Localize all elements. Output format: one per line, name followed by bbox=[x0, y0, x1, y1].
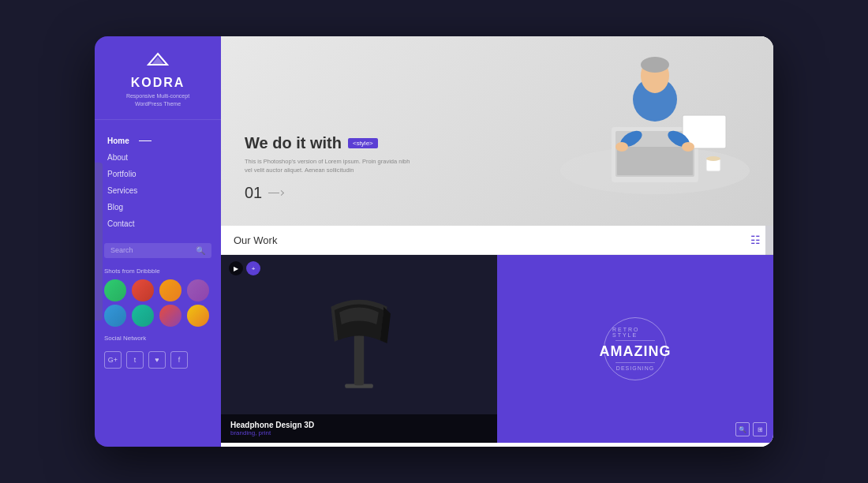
item2-link-btn[interactable]: ⊞ bbox=[753, 422, 767, 436]
amazing-text: AMAZING bbox=[600, 343, 672, 360]
item-play-btn[interactable]: ▶ bbox=[229, 261, 243, 275]
item2-search-btn[interactable]: 🔍 bbox=[735, 422, 750, 436]
portfolio-item-2[interactable]: RETRO STYLE AMAZING DESIGNING 🔍 ⊞ bbox=[497, 255, 773, 443]
nav-item-services[interactable]: Services bbox=[107, 182, 208, 199]
shot-4[interactable] bbox=[187, 279, 209, 301]
hero-content: We do it with <style> This is Photoshop'… bbox=[245, 134, 418, 203]
social-icons-row: G+ t ♥ f bbox=[104, 351, 211, 369]
item-tags-1: branding, print bbox=[230, 429, 488, 436]
svg-point-15 bbox=[706, 156, 720, 161]
logo-subtitle: Responsive Multi-concept WordPress Theme bbox=[107, 92, 208, 108]
social-pinterest[interactable]: ♥ bbox=[148, 351, 166, 369]
nav-item-portfolio[interactable]: Portfolio bbox=[107, 166, 208, 182]
main-content: We do it with <style> This is Photoshop'… bbox=[221, 36, 773, 447]
social-google-plus[interactable]: G+ bbox=[104, 351, 122, 369]
grid-icon[interactable]: ☷ bbox=[750, 234, 761, 246]
left-decorative-panel bbox=[95, 163, 103, 320]
item-link-btn[interactable]: + bbox=[246, 261, 260, 275]
arrow-right-icon bbox=[279, 190, 284, 196]
item-actions-1: ▶ + bbox=[229, 261, 260, 275]
shot-2[interactable] bbox=[132, 279, 154, 301]
shot-6[interactable] bbox=[132, 305, 154, 327]
hero-title: We do it with <style> bbox=[245, 134, 418, 152]
item-title-1: Headphone Design 3D bbox=[230, 421, 488, 429]
item-actions-2: 🔍 ⊞ bbox=[735, 422, 767, 436]
shot-7[interactable] bbox=[159, 305, 181, 327]
nav-item-about[interactable]: About bbox=[107, 149, 208, 166]
nav-item-blog[interactable]: Blog bbox=[107, 199, 208, 215]
social-network: Social Network G+ t ♥ f bbox=[95, 327, 221, 381]
nav-active-line bbox=[139, 140, 152, 141]
logo-area: KODRA Responsive Multi-concept WordPress… bbox=[95, 36, 221, 120]
portfolio-grid: ▶ + Headphone Design 3D branding, print … bbox=[221, 255, 773, 443]
shot-5[interactable] bbox=[104, 305, 126, 327]
browser-window: KODRA Responsive Multi-concept WordPress… bbox=[95, 36, 773, 447]
social-facebook[interactable]: f bbox=[170, 351, 188, 369]
shot-1[interactable] bbox=[104, 279, 126, 301]
social-section-title: Social Network bbox=[104, 335, 211, 346]
hero-description: This is Photoshop's version of Lorem ips… bbox=[245, 157, 418, 175]
badge-divider-2 bbox=[615, 362, 655, 363]
search-icon[interactable]: 🔍 bbox=[196, 246, 205, 255]
logo-text: KODRA bbox=[107, 76, 208, 90]
hero-counter: 01 bbox=[245, 184, 418, 202]
badge-divider bbox=[615, 340, 655, 341]
svg-point-12 bbox=[615, 142, 628, 152]
shot-8[interactable] bbox=[187, 305, 209, 327]
nav-item-contact[interactable]: Contact bbox=[107, 215, 208, 232]
device-frame: KODRA Responsive Multi-concept WordPress… bbox=[95, 36, 773, 447]
dribbble-shots bbox=[95, 279, 221, 327]
dribbble-section-title: Shots from Dribbble bbox=[95, 258, 221, 279]
amazing-retro: RETRO STYLE bbox=[612, 327, 658, 338]
counter-arrows bbox=[268, 191, 283, 195]
search-box: 🔍 bbox=[104, 243, 211, 258]
svg-rect-17 bbox=[354, 335, 364, 385]
sidebar-search: 🔍 bbox=[104, 243, 211, 258]
portfolio-section: Our Work ☷ bbox=[221, 226, 773, 447]
social-twitter[interactable]: t bbox=[126, 351, 144, 369]
logo-icon bbox=[107, 52, 208, 71]
svg-point-5 bbox=[641, 57, 669, 73]
style-badge: <style> bbox=[348, 138, 378, 148]
nav-item-home[interactable]: Home bbox=[107, 133, 208, 149]
sidebar-nav: Home About Portfolio Services Blog Conta… bbox=[95, 120, 221, 232]
portfolio-item-1[interactable]: ▶ + Headphone Design 3D branding, print bbox=[221, 255, 497, 443]
portfolio-title: Our Work bbox=[234, 234, 277, 246]
hero-image-area bbox=[552, 36, 758, 210]
portfolio-header: Our Work ☷ bbox=[221, 226, 773, 255]
counter-number: 01 bbox=[245, 184, 262, 202]
hero-title-text: We do it with bbox=[245, 134, 342, 152]
sidebar: KODRA Responsive Multi-concept WordPress… bbox=[95, 36, 221, 447]
amazing-circle: RETRO STYLE AMAZING DESIGNING bbox=[604, 317, 667, 380]
portfolio-overlay-1: Headphone Design 3D branding, print bbox=[221, 414, 497, 443]
shot-3[interactable] bbox=[159, 279, 181, 301]
svg-rect-8 bbox=[617, 147, 693, 175]
amazing-sub: DESIGNING bbox=[616, 365, 654, 371]
hero-section: We do it with <style> This is Photoshop'… bbox=[221, 36, 773, 226]
arrow-prev[interactable] bbox=[268, 191, 283, 195]
search-input[interactable] bbox=[110, 246, 193, 254]
svg-point-13 bbox=[682, 142, 694, 152]
